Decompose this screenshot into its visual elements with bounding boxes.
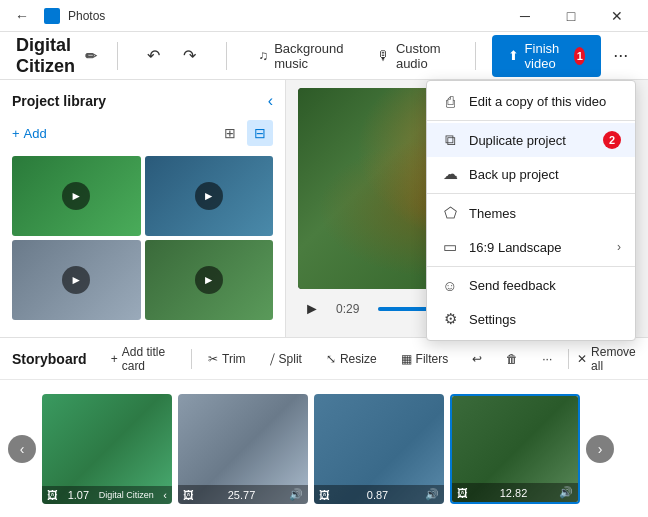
redo-button[interactable]: ↷ — [174, 40, 206, 72]
back-button[interactable]: ← — [8, 2, 36, 30]
toolbar-separator-3 — [475, 42, 476, 70]
clip-1-arrow: ‹ — [163, 489, 167, 501]
clip-4[interactable]: 🖼 12.82 🔊 — [450, 394, 580, 504]
project-name-text: Digital Citizen — [16, 35, 77, 77]
custom-audio-label: Custom audio — [396, 41, 447, 71]
edit-project-name-icon[interactable]: ✏ — [85, 48, 97, 64]
menu-item-landscape[interactable]: ▭ 16:9 Landscape › — [427, 230, 635, 264]
finish-video-button[interactable]: ⬆ Finish video 1 — [492, 35, 602, 77]
media-grid: ► ► ► ► — [12, 156, 273, 320]
play-overlay-1: ► — [62, 182, 90, 210]
play-overlay-3: ► — [62, 266, 90, 294]
clips-prev-button[interactable]: ‹ — [8, 435, 36, 463]
resize-button[interactable]: ⤡ Resize — [318, 348, 385, 370]
main-toolbar: Digital Citizen ✏ ↶ ↷ ♫ Background music… — [0, 32, 648, 80]
landscape-chevron-icon: › — [617, 240, 621, 254]
clip-2[interactable]: 🖼 25.77 🔊 — [178, 394, 308, 504]
more-options-button[interactable]: ··· — [609, 40, 632, 72]
menu-item-edit-copy[interactable]: ⎙ Edit a copy of this video — [427, 85, 635, 118]
clip-3-info: 🖼 0.87 🔊 — [314, 485, 444, 504]
more-icon-sb: ··· — [542, 352, 552, 366]
duplicate-icon: ⧉ — [441, 131, 459, 149]
backup-icon: ☁ — [441, 165, 459, 183]
split-label: Split — [279, 352, 302, 366]
panel-title: Project library — [12, 93, 106, 109]
minimize-button[interactable]: ─ — [502, 0, 548, 32]
current-time: 0:29 — [336, 302, 368, 316]
delete-clip-button[interactable]: 🗑 — [498, 348, 526, 370]
menu-divider-1 — [427, 120, 635, 121]
background-music-button[interactable]: ♫ Background music — [246, 35, 357, 77]
dropdown-menu: ⎙ Edit a copy of this video ⧉ Duplicate … — [426, 80, 636, 341]
left-panel: Project library ‹ + Add ⊞ ⊟ ► ► — [0, 80, 286, 337]
list-view-button[interactable]: ⊞ — [217, 120, 243, 146]
clip-3[interactable]: 🖼 0.87 🔊 — [314, 394, 444, 504]
edit-copy-label: Edit a copy of this video — [469, 94, 621, 109]
clip-1[interactable]: 🖼 1.07 Digital Citizen ‹ — [42, 394, 172, 504]
menu-item-duplicate[interactable]: ⧉ Duplicate project 2 — [427, 123, 635, 157]
media-item-2[interactable]: ► — [145, 156, 274, 236]
remove-all-label: Remove all — [591, 345, 636, 373]
split-button[interactable]: ⧸ Split — [262, 348, 310, 370]
close-button[interactable]: ✕ — [594, 0, 640, 32]
clip-2-info: 🖼 25.77 🔊 — [178, 485, 308, 504]
add-label: Add — [24, 126, 47, 141]
storyboard-toolbar: Storyboard + Add title card ✂ Trim ⧸ Spl… — [0, 338, 648, 380]
clips-next-button[interactable]: › — [586, 435, 614, 463]
menu-item-backup[interactable]: ☁ Back up project — [427, 157, 635, 191]
view-toggle-buttons: ⊞ ⊟ — [217, 120, 273, 146]
clip-3-icon: 🖼 — [319, 489, 330, 501]
remove-icon: ✕ — [577, 352, 587, 366]
storyboard-clips: ‹ 🖼 1.07 Digital Citizen ‹ 🖼 25.77 🔊 — [0, 380, 648, 517]
background-music-label: Background music — [274, 41, 345, 71]
media-item-1[interactable]: ► — [12, 156, 141, 236]
play-overlay-2: ► — [195, 182, 223, 210]
menu-item-settings[interactable]: ⚙ Settings — [427, 302, 635, 336]
media-item-4[interactable]: ► — [145, 240, 274, 320]
add-media-button[interactable]: + Add — [12, 126, 47, 141]
sb-sep-2 — [568, 349, 569, 369]
filters-label: Filters — [416, 352, 449, 366]
clip-4-info: 🖼 12.82 🔊 — [452, 483, 578, 502]
menu-item-themes[interactable]: ⬠ Themes — [427, 196, 635, 230]
settings-icon: ⚙ — [441, 310, 459, 328]
maximize-button[interactable]: □ — [548, 0, 594, 32]
themes-label: Themes — [469, 206, 621, 221]
collapse-button[interactable]: ‹ — [268, 92, 273, 110]
clip-2-audio-icon: 🔊 — [289, 488, 303, 501]
storyboard-area: Storyboard + Add title card ✂ Trim ⧸ Spl… — [0, 337, 648, 517]
undo-clip-button[interactable]: ↩ — [464, 348, 490, 370]
add-title-card-button[interactable]: + Add title card — [103, 341, 184, 377]
play-button[interactable]: ► — [298, 295, 326, 323]
split-icon: ⧸ — [270, 352, 275, 366]
menu-divider-2 — [427, 193, 635, 194]
edit-copy-icon: ⎙ — [441, 93, 459, 110]
trim-button[interactable]: ✂ Trim — [200, 348, 254, 370]
clip-1-info: 🖼 1.07 Digital Citizen ‹ — [42, 486, 172, 504]
landscape-label: 16:9 Landscape — [469, 240, 607, 255]
sb-sep-1 — [191, 349, 192, 369]
menu-item-feedback[interactable]: ☺ Send feedback — [427, 269, 635, 302]
grid-view-button[interactable]: ⊟ — [247, 120, 273, 146]
clip-1-subtitle: Digital Citizen — [99, 490, 154, 500]
feedback-label: Send feedback — [469, 278, 621, 293]
toolbar-separator-1 — [117, 42, 118, 70]
custom-audio-button[interactable]: 🎙 Custom audio — [365, 35, 459, 77]
more-icon: ··· — [613, 45, 628, 66]
plus-icon: + — [12, 126, 20, 141]
clip-1-label: 1.07 — [68, 489, 89, 501]
clip-4-icon: 🖼 — [457, 487, 468, 499]
clip-1-icon: 🖼 — [47, 489, 58, 501]
media-item-3[interactable]: ► — [12, 240, 141, 320]
menu-divider-3 — [427, 266, 635, 267]
filters-button[interactable]: ▦ Filters — [393, 348, 457, 370]
add-media-row: + Add ⊞ ⊟ — [12, 120, 273, 146]
play-overlay-4: ► — [195, 266, 223, 294]
trim-label: Trim — [222, 352, 246, 366]
remove-all-button[interactable]: ✕ Remove all — [577, 345, 636, 373]
audio-icon: 🎙 — [377, 48, 390, 63]
more-clip-button[interactable]: ··· — [534, 348, 560, 370]
undo-button[interactable]: ↶ — [138, 40, 170, 72]
finish-label: Finish video — [525, 41, 569, 71]
undo-icon-sb: ↩ — [472, 352, 482, 366]
